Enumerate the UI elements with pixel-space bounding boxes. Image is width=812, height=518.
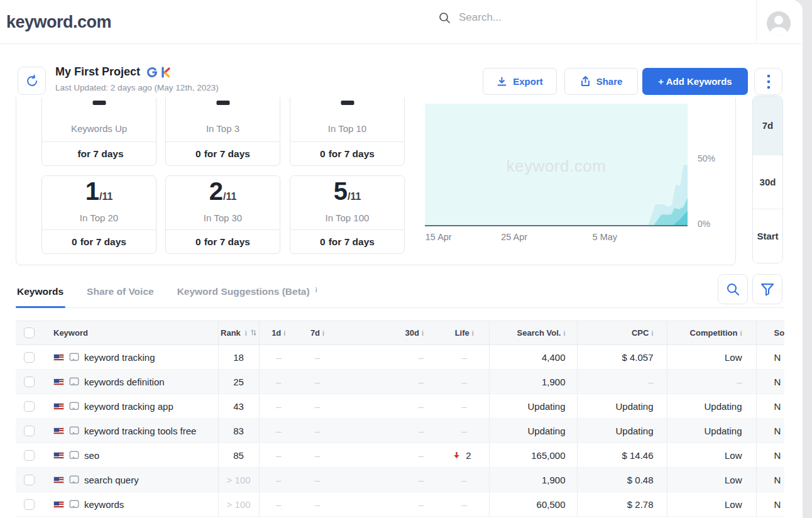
tabs-divider [16,307,784,308]
share-label: Share [596,76,623,87]
keyword-text[interactable]: keywords [84,499,124,510]
table-row: keyword tracking app43––––UpdatingUpdati… [16,394,784,419]
cell-source: N [756,394,784,419]
info-icon[interactable]: i [245,329,247,337]
stat-card: Keywords Upfor 7 days [41,97,156,166]
column-header-rank[interactable]: Ranki [218,321,259,345]
cell-rank: > 100 [218,492,259,517]
column-header-life[interactable]: Lifei [440,321,489,345]
cell-d1: – [259,468,298,492]
keyword-text[interactable]: keyword tracking [84,352,155,363]
share-icon [580,76,591,87]
export-button[interactable]: Export [483,68,557,95]
cell-source: N [756,492,784,517]
row-checkbox[interactable] [24,475,35,485]
row-checkbox[interactable] [24,377,35,387]
row-checkbox[interactable] [24,499,35,510]
section-tabs: KeywordsShare of VoiceKeyword Suggestion… [17,286,317,297]
stat-footer: 0for 7 days [166,229,280,253]
cell-cpc: Updating [577,394,667,419]
filter-button[interactable] [752,274,782,304]
table-row: keyword tracking tools free83––––Updatin… [16,419,784,443]
cell-d7: – [298,419,337,443]
keyword-text[interactable]: keyword tracking tools free [84,426,196,436]
search-input[interactable] [459,11,647,24]
column-header-d7[interactable]: 7di [298,321,337,345]
search-icon [726,282,740,296]
tab-keywords[interactable]: Keywords [17,286,63,297]
app-logo: keyword.com [6,13,111,32]
info-icon[interactable]: i [740,329,742,337]
stat-label: In Top 100 [290,212,404,223]
info-icon[interactable]: i [472,329,474,337]
cell-d7: – [298,394,337,419]
row-checkbox[interactable] [24,401,35,412]
more-options-button[interactable] [754,68,782,95]
cell-source: N [756,370,784,394]
table-search-button[interactable] [718,274,748,304]
row-checkbox[interactable] [24,352,35,363]
keyword-text[interactable]: keywords definition [84,377,165,387]
info-icon[interactable]: i [563,329,565,337]
cell-life: – [440,419,489,443]
cell-vol: 1,900 [489,468,577,492]
filter-icon [760,283,774,296]
cell-comp: Low [667,443,756,468]
stat-footer: 0for 7 days [166,141,280,165]
cell-cpc: Updating [577,419,667,443]
range-button-7d[interactable]: 7d [753,96,782,155]
cell-source: N [756,419,784,443]
add-keywords-button[interactable]: + Add Keywords [642,68,748,95]
cell-d7: – [298,370,337,394]
user-avatar[interactable] [767,11,791,35]
keyword-text[interactable]: seo [84,450,99,461]
cell-source: N [756,345,784,370]
cell-d1: – [259,370,298,394]
row-checkbox[interactable] [24,450,35,461]
column-header-d1[interactable]: 1di [259,321,298,345]
column-header-source[interactable]: Sou [756,321,784,345]
range-button-start[interactable]: Start [753,209,782,263]
kebab-icon [767,74,771,89]
cell-cpc: $ 2.78 [577,492,667,517]
sort-icon[interactable] [251,328,256,338]
tab-keyword-suggestions-beta-[interactable]: Keyword Suggestions (Beta)i [177,286,317,297]
table-row: search query> 100––––1,900$ 0.48LowN [16,468,784,492]
cell-comp: Updating [667,419,756,443]
stat-card: In Top 100for 7 days [290,97,405,166]
keyword-text[interactable]: search query [84,475,139,485]
range-button-30d[interactable]: 30d [753,155,782,209]
stat-footer: for 7 days [42,141,156,165]
stat-value [216,101,229,105]
search-icon [439,12,451,24]
column-header-comp[interactable]: Competitioni [667,321,756,345]
table-body: keyword tracking18––––4,400$ 4.057LowNke… [16,345,784,517]
cell-rank: 43 [218,394,259,419]
column-header-vol[interactable]: Search Vol.i [489,321,577,345]
app-window: keyword.com My First Project Last Update… [0,0,803,518]
keyword-text[interactable]: keyword tracking app [84,401,173,412]
info-icon[interactable]: i [315,286,317,297]
tab-share-of-voice[interactable]: Share of Voice [87,286,154,297]
info-icon[interactable]: i [651,329,653,337]
column-header-keyword[interactable]: Keyword [43,321,218,345]
column-header-cpc[interactable]: CPCi [577,321,667,345]
info-icon[interactable]: i [422,329,424,337]
refresh-project-button[interactable] [18,67,46,95]
stat-card: 1/11In Top 200for 7 days [41,175,156,254]
us-flag-icon [53,501,64,508]
stat-value [341,101,354,105]
chart-watermark: keyword.com [425,157,688,176]
us-flag-icon [53,452,64,459]
cell-life: – [440,370,489,394]
table-row: seo85–––2165,000$ 14.46LowN [16,443,784,468]
info-icon[interactable]: i [283,329,285,337]
cell-d1: – [259,419,298,443]
select-all-checkbox[interactable] [24,328,35,338]
column-header-d30[interactable]: 30di [337,321,440,345]
info-icon[interactable]: i [322,329,324,337]
cell-cpc: $ 4.057 [577,345,667,370]
cell-rank: > 100 [218,468,259,492]
share-button[interactable]: Share [564,68,638,95]
row-checkbox[interactable] [24,426,35,436]
